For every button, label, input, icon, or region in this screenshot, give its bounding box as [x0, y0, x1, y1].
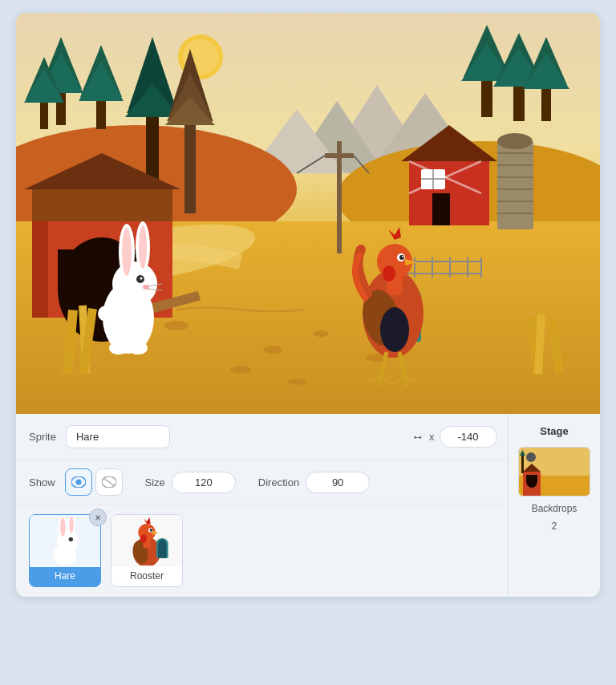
sprite-thumb-hare[interactable]: ✕ Hare: [29, 514, 101, 587]
show-label: Show: [29, 476, 55, 488]
bottom-section: Sprite ↔ x ↕ y Show: [16, 414, 600, 597]
svg-point-77: [164, 321, 188, 330]
svg-rect-45: [497, 141, 533, 229]
svg-point-149: [526, 452, 536, 462]
delete-hare-button[interactable]: ✕: [89, 509, 107, 526]
x-axis-icon: ↔: [411, 430, 424, 444]
stage-mini-svg: [519, 448, 590, 496]
x-input[interactable]: [440, 426, 497, 448]
backdrops-count: 2: [552, 521, 557, 532]
stage-title: Stage: [540, 425, 568, 437]
svg-point-122: [75, 480, 81, 485]
svg-point-137: [140, 534, 147, 543]
size-input[interactable]: [172, 472, 236, 493]
hide-button[interactable]: [95, 468, 123, 496]
svg-point-101: [98, 306, 114, 322]
svg-line-124: [103, 478, 115, 486]
sprite-label: Sprite: [29, 431, 56, 443]
svg-point-131: [69, 537, 73, 541]
svg-point-78: [263, 346, 282, 354]
size-group: Size: [145, 472, 236, 493]
rooster-thumbnail-image: [111, 515, 182, 567]
svg-point-140: [150, 529, 152, 531]
svg-rect-152: [521, 454, 524, 473]
direction-input[interactable]: [306, 472, 370, 493]
main-container: Sprite ↔ x ↕ y Show: [16, 13, 600, 597]
svg-point-95: [140, 278, 143, 280]
svg-rect-151: [526, 475, 537, 481]
size-label: Size: [145, 476, 165, 488]
stage-panel: Stage Backdrops 2: [508, 414, 600, 597]
eye-open-icon: [71, 476, 86, 488]
direction-label: Direction: [258, 476, 299, 488]
farm-scene-svg: [16, 13, 600, 414]
svg-marker-136: [144, 517, 151, 524]
hare-thumb-label: Hare: [30, 567, 100, 582]
svg-point-100: [128, 342, 148, 355]
sprite-name-input[interactable]: [66, 425, 170, 448]
hare-thumb-svg: [41, 517, 89, 565]
svg-point-81: [230, 366, 251, 374]
x-label: x: [429, 431, 435, 443]
direction-group: Direction: [258, 472, 370, 493]
show-button[interactable]: [65, 468, 92, 496]
svg-point-104: [380, 307, 409, 352]
svg-point-82: [288, 379, 306, 385]
svg-marker-138: [152, 530, 159, 534]
visibility-buttons: [65, 468, 123, 496]
eye-closed-icon: [102, 476, 116, 488]
rooster-thumb-label: Rooster: [111, 567, 182, 582]
backdrops-label: Backdrops: [532, 503, 578, 514]
svg-point-99: [109, 342, 128, 355]
svg-point-93: [139, 225, 147, 269]
rooster-thumb-svg: [123, 517, 171, 565]
svg-marker-65: [32, 189, 172, 221]
stage-thumb-inner: [519, 448, 590, 496]
stage-thumbnail[interactable]: [518, 447, 590, 497]
svg-point-91: [122, 228, 132, 276]
svg-point-46: [497, 133, 533, 149]
svg-point-111: [399, 255, 404, 260]
svg-rect-144: [158, 547, 167, 557]
hare-thumbnail-image: [30, 515, 100, 567]
svg-point-112: [402, 256, 403, 257]
svg-point-108: [383, 265, 395, 282]
svg-point-128: [60, 517, 66, 537]
svg-rect-54: [325, 153, 354, 158]
svg-point-79: [313, 330, 329, 337]
stage-canvas: [16, 13, 600, 414]
svg-point-89: [112, 261, 157, 306]
svg-rect-39: [432, 193, 450, 225]
sprite-thumb-rooster[interactable]: Rooster: [111, 514, 183, 587]
svg-rect-70: [32, 221, 48, 318]
